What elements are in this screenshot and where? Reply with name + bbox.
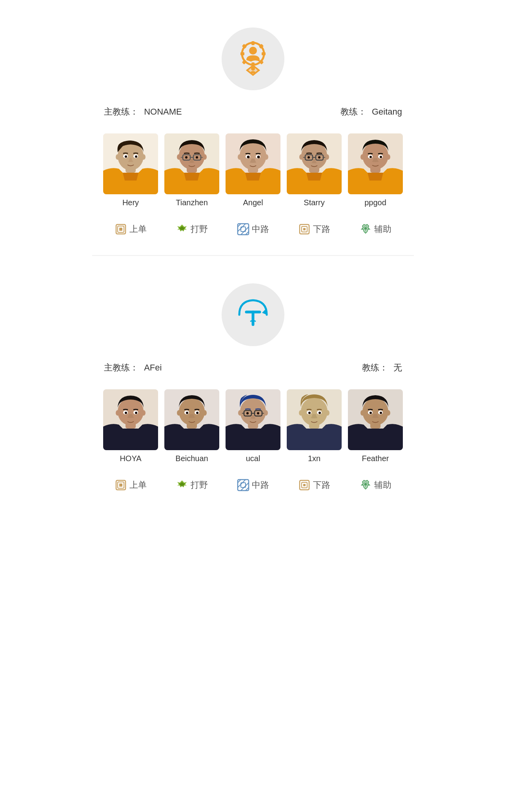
svg-point-97 [246,412,249,414]
role-bot-label-1: 下路 [313,223,330,235]
player-beichuan-avatar [164,389,219,450]
team1-head-coach-name: NONAME [144,107,182,117]
role-support-2: 辅助 [359,479,391,491]
svg-point-49 [308,156,310,159]
bot-icon-2 [298,479,311,491]
svg-point-58 [369,156,372,158]
role-top-1: 上单 [115,223,147,235]
svg-point-112 [362,398,388,425]
svg-point-76 [125,412,127,414]
svg-point-98 [257,412,259,414]
role-jungle-2: 打野 [176,479,208,491]
svg-point-61 [386,154,390,160]
svg-point-86 [196,412,198,414]
team2-coach-label: 教练： [362,363,388,372]
team1-coach-name: Geitang [372,107,402,117]
svg-point-59 [380,156,382,158]
player-hery-name: Hery [122,198,139,207]
team1-section: 主教练： NONAME 教练： Geitang [84,0,422,255]
svg-point-107 [319,412,321,414]
svg-rect-1 [251,41,255,45]
svg-point-29 [196,156,198,159]
svg-point-100 [264,410,268,416]
support-icon-1 [359,223,372,235]
player-feather: Feather [348,389,403,463]
player-hery-avatar [103,133,158,194]
svg-point-9 [249,47,257,55]
svg-point-51 [299,154,303,160]
player-1xn-name: 1xn [308,454,320,463]
svg-rect-3 [240,52,244,55]
svg-rect-64 [119,228,122,231]
svg-point-39 [238,154,242,160]
team1-coach: 教练： Geitang [340,106,402,118]
team1-logo-wrap [100,12,406,98]
player-hoya: HOYA [103,389,158,463]
role-top-2: 上单 [115,479,147,491]
player-tianzhen: Tianzhen [164,133,219,207]
svg-point-85 [186,412,188,414]
team2-logo-circle [222,283,284,346]
team2-section: 主教练： AFei 教练： 无 [84,256,422,511]
team2-head-coach-name: AFei [144,363,162,372]
mid-icon-2 [237,479,249,491]
svg-point-88 [203,410,207,416]
support-icon-2 [359,479,372,491]
team2-head-coach: 主教练： AFei [104,362,162,374]
svg-point-60 [360,154,364,160]
svg-rect-7 [242,60,247,65]
svg-point-116 [380,412,382,414]
svg-point-52 [325,154,329,160]
player-1xn-avatar [287,389,342,450]
svg-point-16 [125,155,127,158]
player-starry-name: Starry [304,198,324,207]
svg-point-28 [185,156,187,159]
jungle-icon-1 [176,223,188,235]
player-hoya-avatar [103,389,158,450]
player-hoya-name: HOYA [120,454,141,463]
role-mid-label-2: 中路 [252,479,269,491]
team1-roles-row: 上单 打野 中路 [100,211,406,251]
team2-logo-wrap [100,268,406,354]
svg-point-115 [369,412,372,414]
svg-point-40 [264,154,268,160]
role-bot-label-2: 下路 [313,479,330,491]
mid-icon-1 [237,223,249,235]
team2-coach-name: 无 [393,363,402,372]
role-jungle-1: 打野 [176,223,208,235]
player-tianzhen-name: Tianzhen [176,198,208,207]
svg-point-37 [247,156,250,159]
team1-logo-icon [231,37,275,80]
player-hery: Hery [103,133,158,207]
team2-logo-icon [231,293,275,336]
svg-point-73 [118,398,144,425]
player-beichuan: Beichuan [164,389,219,463]
team2-roles-row: 上单 打野 中路 下路 [100,467,406,507]
player-starry: Starry [287,133,342,207]
svg-point-106 [308,412,311,414]
player-angel-name: Angel [243,198,263,207]
player-1xn: 1xn [287,389,342,463]
svg-point-17 [135,155,137,158]
role-top-label-1: 上单 [129,223,147,235]
team2-head-coach-label: 主教练： [104,363,138,372]
player-tianzhen-avatar [164,133,219,194]
player-ppgod-avatar [348,133,403,194]
svg-point-70 [364,227,367,230]
svg-point-18 [116,154,120,160]
svg-rect-4 [262,52,266,55]
role-support-label-1: 辅助 [374,223,391,235]
svg-point-38 [257,156,260,159]
player-ppgod-name: ppgod [364,198,386,207]
svg-point-50 [318,156,320,159]
team2-coach: 教练： 无 [362,362,402,374]
svg-point-31 [203,154,207,160]
svg-point-109 [326,410,329,416]
svg-point-127 [364,483,367,485]
player-ucal: ucal [226,389,280,463]
role-top-label-2: 上单 [129,479,147,491]
team1-head-coach-label: 主教练： [104,107,138,117]
svg-point-79 [142,410,146,416]
team1-coach-label: 教练： [340,107,366,117]
svg-point-10 [251,67,255,71]
